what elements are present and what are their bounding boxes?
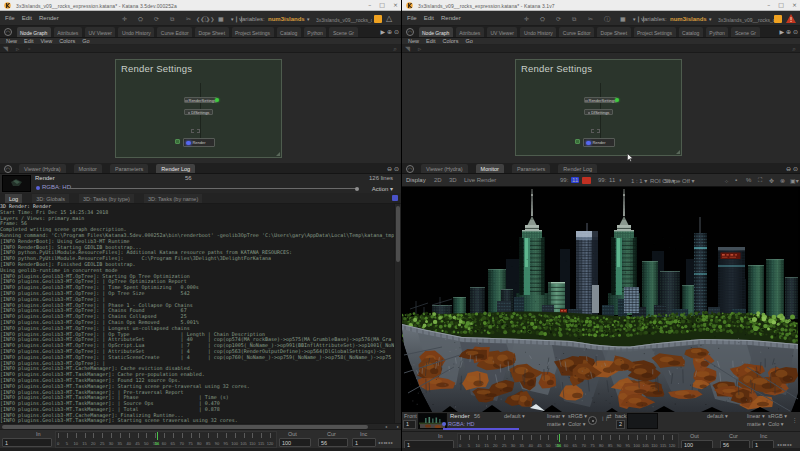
pane-menu-icon[interactable]: ◠ [4, 28, 12, 36]
pane-icons[interactable]: ⊖ ⊙ [387, 165, 399, 172]
current-frame-marker[interactable] [559, 434, 560, 442]
list-item[interactable]: Project Settings [232, 27, 274, 37]
swipe-select[interactable]: Swipe Off ▾ [664, 177, 695, 184]
variables-dropdown-icon[interactable]: ▼ [632, 17, 636, 22]
front-view-color[interactable]: Color ▾ [568, 421, 585, 427]
variables-dropdown-icon2[interactable]: ▼ [708, 17, 712, 22]
monitor-viewport[interactable] [402, 187, 800, 412]
log-vertical-scrollbar[interactable] [394, 204, 401, 423]
snapshot-icon[interactable]: ▣▾ [790, 177, 799, 184]
list-item[interactable]: 3D: Tasks (by type) [79, 194, 134, 203]
variables-value[interactable]: num3islands [670, 16, 707, 22]
link-icon[interactable]: ⧉ [572, 15, 576, 23]
message-badge[interactable] [774, 15, 782, 23]
list-item[interactable]: Undo History [520, 27, 556, 37]
nodegraph-canvas-left[interactable]: Render Settings RenderSettings DlSetting… [0, 53, 401, 163]
nodegraph-canvas-right[interactable]: Render Settings RenderSettings DlSetting… [402, 53, 800, 163]
solo-icon[interactable]: ▪ [735, 177, 737, 183]
titlebar-right[interactable]: 3x3islands_v09__rocks_expression.katana*… [402, 0, 800, 11]
buffer-pass[interactable]: RGBA: HD [448, 421, 475, 427]
list-item[interactable]: Curve Editor [157, 27, 192, 37]
pane-menu-icon[interactable]: ◠ [406, 165, 414, 173]
pixel-probe-icon[interactable]: ⁘ [724, 177, 729, 184]
playback-controls[interactable]: ◂◂◂▸▸▸ [378, 440, 394, 445]
catalog-slider-knob[interactable] [355, 187, 359, 191]
list-item[interactable]: 3D: Tasks (by name) [144, 194, 202, 203]
front-view-default[interactable]: default ▾ [504, 413, 525, 419]
node-edit-checkbox[interactable] [585, 100, 588, 103]
list-item[interactable]: Node Graph [419, 27, 453, 37]
live-render-button[interactable]: Live Render [464, 177, 496, 183]
bookmark-icon[interactable]: ▹ [418, 45, 421, 53]
scrollbar-handle[interactable] [396, 206, 400, 262]
error-warning-icon[interactable] [786, 14, 796, 23]
scene-shortcut[interactable]: 3x3islands_v09__rocks_dh [316, 17, 372, 23]
node-dot[interactable] [591, 129, 600, 133]
list-item[interactable]: Log [5, 194, 22, 203]
list-item[interactable]: Dope Sheet [195, 27, 228, 37]
front-buffer-value[interactable]: 11 [571, 177, 579, 183]
grid-icon[interactable]: ▦ [620, 15, 626, 22]
cut-icon[interactable]: ✂ [186, 15, 191, 22]
titlebar-left[interactable]: 3x3islands_v09__rocks_expression.katana*… [0, 0, 401, 11]
percent-icon[interactable]: % [746, 177, 751, 183]
maximize-button[interactable]: □ [778, 0, 784, 10]
list-item[interactable]: Catalog [277, 27, 301, 37]
gear-icon[interactable]: ⛭ [540, 15, 545, 23]
link-icon[interactable]: ⧉ [170, 15, 174, 23]
front-view-linear[interactable]: linear ▾ [547, 413, 565, 419]
back-view-matte[interactable]: matte ▾ [747, 421, 765, 427]
out-field[interactable]: 100 [279, 438, 311, 447]
node-edit-checkbox[interactable] [588, 112, 591, 115]
maximize-button[interactable]: □ [379, 0, 385, 10]
list-item[interactable]: Dope Sheet [597, 27, 630, 37]
layout-icon[interactable]: ▫ [28, 45, 30, 52]
node-view-flag-blue[interactable] [586, 141, 591, 146]
zoom-select[interactable]: 1 : 1 ▾ [631, 177, 647, 184]
bar-grip-icon[interactable]: ⋮ [792, 417, 798, 423]
current-frame-marker[interactable] [157, 432, 158, 440]
back-index-field[interactable]: 2 [616, 420, 625, 429]
pane-menu-icon[interactable]: ◠ [4, 165, 12, 173]
list-item[interactable]: Curve Editor [559, 27, 594, 37]
list-item[interactable]: Scene Gr [329, 27, 357, 37]
pan-icon[interactable]: ✥ [769, 177, 774, 184]
backdrop-resize-grip[interactable] [276, 152, 280, 156]
list-item[interactable]: Scene Gr [731, 27, 759, 37]
flag-icon[interactable]: ◥ [405, 45, 410, 53]
back-view-linear[interactable]: linear ▾ [747, 413, 765, 419]
list-item[interactable]: Viewer (Hydra) [19, 164, 66, 173]
inc-field[interactable]: 1 [352, 438, 376, 447]
mode-3d[interactable]: 3D [449, 177, 457, 183]
sync-icon[interactable]: ⟳ [556, 15, 561, 22]
list-item[interactable]: Project Settings [634, 27, 676, 37]
info-icon[interactable]: ⓘ [604, 15, 610, 24]
grid-icon[interactable]: ▦ [218, 15, 224, 22]
node-rendersettings[interactable]: RenderSettings [584, 97, 617, 103]
back-view-srgb[interactable]: sRGB ▾ [768, 413, 787, 419]
node-dot[interactable] [191, 129, 200, 133]
action-dropdown[interactable]: Action ▾ [372, 185, 393, 192]
sync-icon[interactable]: ⟳ [154, 15, 159, 22]
variables-dropdown-icon[interactable]: ▼ [230, 17, 234, 22]
variables-value[interactable]: num3islands [268, 16, 305, 22]
node-rendersettings[interactable]: RenderSettings [184, 97, 217, 103]
search-icon[interactable]: ⌕ [393, 45, 397, 53]
frame-ruler[interactable]: 0510152025303540455055606570758085909510… [55, 431, 277, 448]
back-view-default[interactable]: default ▾ [707, 413, 728, 419]
front-index-field[interactable]: 1 [403, 420, 416, 429]
node-dlsettings[interactable]: DlSettings [584, 109, 613, 115]
swap-icon[interactable]: ⇄ [607, 413, 612, 419]
list-item[interactable]: Monitor [476, 164, 504, 173]
tabbar-icons[interactable]: ▶ ⊕ ⊙ [780, 28, 798, 35]
node-edit-checkbox[interactable] [185, 100, 188, 103]
node-edit-flag-green[interactable] [215, 98, 219, 102]
back-view-color[interactable]: Colo ▾ [768, 421, 784, 427]
mode-2d[interactable]: 2D [434, 177, 442, 183]
flag-icon[interactable]: ◥ [3, 45, 8, 53]
render-stop-button[interactable] [582, 177, 591, 184]
node-edit-flag-green[interactable] [615, 98, 619, 102]
list-item[interactable]: Attributes [456, 27, 484, 37]
bookmark-icon[interactable]: ▹ [16, 45, 19, 53]
add-icon[interactable]: ✛ [524, 15, 529, 22]
